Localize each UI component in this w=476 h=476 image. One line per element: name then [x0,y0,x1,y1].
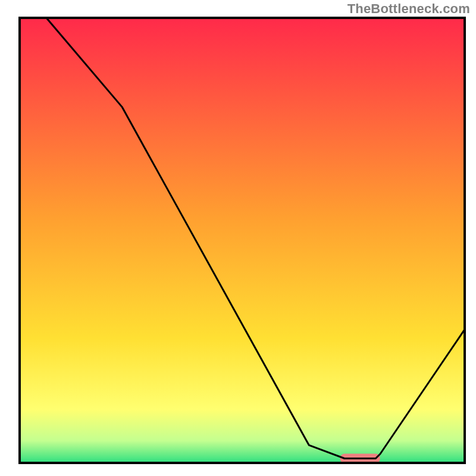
bottleneck-chart [0,0,476,476]
plot-area [20,18,465,463]
watermark-text: TheBottleneck.com [347,1,470,17]
